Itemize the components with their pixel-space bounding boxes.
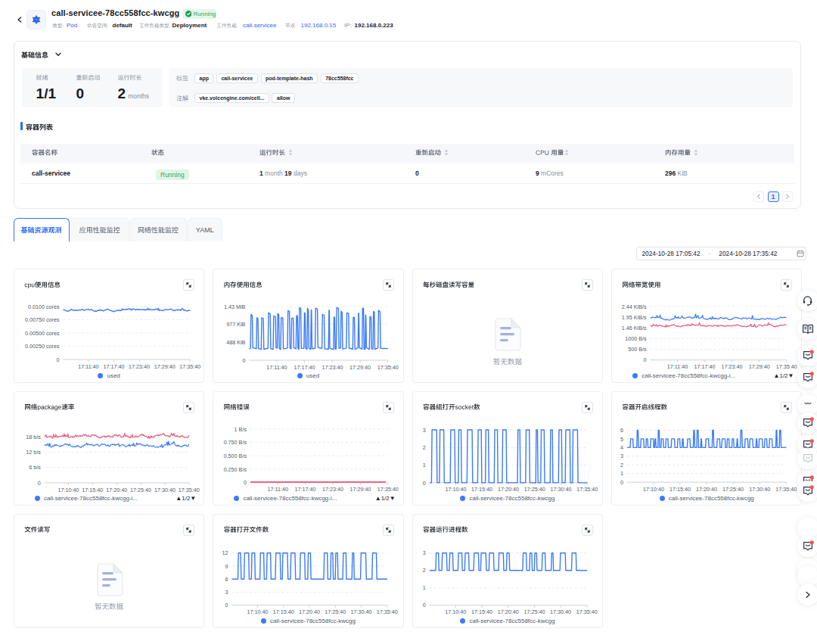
svg-text:17:17:40: 17:17:40 xyxy=(104,363,125,370)
svg-text:0: 0 xyxy=(225,602,228,608)
svg-text:17:15:40: 17:15:40 xyxy=(82,486,103,493)
svg-text:3: 3 xyxy=(423,549,426,556)
svg-text:17:23:40: 17:23:40 xyxy=(722,363,743,370)
svg-text:3: 3 xyxy=(225,589,228,596)
svg-text:17:30:40: 17:30:40 xyxy=(550,486,571,493)
svg-text:0.500 B/s: 0.500 B/s xyxy=(224,453,247,459)
svg-text:0: 0 xyxy=(57,356,60,363)
svg-text:17:20:40: 17:20:40 xyxy=(498,486,519,493)
svg-text:17:35:40: 17:35:40 xyxy=(179,486,200,493)
svg-text:3: 3 xyxy=(423,426,426,433)
svg-text:17:30:40: 17:30:40 xyxy=(154,486,176,493)
svg-text:17:20:40: 17:20:40 xyxy=(498,608,519,615)
svg-text:1.95 KiB/s: 1.95 KiB/s xyxy=(622,314,647,321)
svg-text:17:25:40: 17:25:40 xyxy=(524,486,545,493)
svg-text:4: 4 xyxy=(620,444,623,451)
svg-text:2: 2 xyxy=(620,461,623,468)
svg-text:17:10:40: 17:10:40 xyxy=(247,608,269,615)
svg-text:0.00750 cores: 0.00750 cores xyxy=(25,316,60,323)
svg-text:1.46 KiB/s: 1.46 KiB/s xyxy=(622,325,647,331)
svg-text:17:15:40: 17:15:40 xyxy=(471,486,492,493)
svg-text:17:10:40: 17:10:40 xyxy=(445,608,466,615)
svg-text:17:35:40: 17:35:40 xyxy=(775,485,797,492)
svg-text:3: 3 xyxy=(620,453,623,459)
svg-text:17:23:40: 17:23:40 xyxy=(129,363,150,370)
svg-text:0.00500 cores: 0.00500 cores xyxy=(25,330,60,337)
svg-text:17:29:40: 17:29:40 xyxy=(749,363,770,370)
svg-text:17:23:40: 17:23:40 xyxy=(322,364,343,371)
svg-text:17:35:40: 17:35:40 xyxy=(179,363,200,370)
svg-text:1: 1 xyxy=(620,470,623,477)
svg-text:2.44 KiB/s: 2.44 KiB/s xyxy=(622,303,647,310)
svg-text:2: 2 xyxy=(423,443,426,450)
svg-text:1.43 MiB: 1.43 MiB xyxy=(224,303,246,310)
svg-text:17:25:40: 17:25:40 xyxy=(523,608,545,615)
svg-text:2: 2 xyxy=(423,567,426,574)
svg-text:6: 6 xyxy=(620,427,623,434)
svg-text:17:20:40: 17:20:40 xyxy=(106,486,127,493)
svg-text:17:30:40: 17:30:40 xyxy=(351,608,372,615)
svg-text:5: 5 xyxy=(620,435,623,442)
svg-text:17:17:40: 17:17:40 xyxy=(694,363,716,370)
svg-text:0.00250 cores: 0.00250 cores xyxy=(25,343,60,350)
svg-text:17:35:40: 17:35:40 xyxy=(576,486,598,493)
svg-text:1000 B/s: 1000 B/s xyxy=(625,335,647,342)
svg-text:977 KiB: 977 KiB xyxy=(227,321,246,328)
svg-text:17:25:40: 17:25:40 xyxy=(325,608,346,615)
svg-text:17:23:40: 17:23:40 xyxy=(322,486,343,493)
svg-text:17:15:40: 17:15:40 xyxy=(273,608,294,615)
svg-text:0: 0 xyxy=(423,602,426,608)
svg-text:6 b/s: 6 b/s xyxy=(29,464,41,471)
svg-text:17:20:40: 17:20:40 xyxy=(696,485,717,492)
svg-text:18 b/s: 18 b/s xyxy=(26,434,41,440)
svg-text:17:10:40: 17:10:40 xyxy=(58,486,79,493)
svg-text:0: 0 xyxy=(644,356,647,363)
svg-text:17:17:40: 17:17:40 xyxy=(294,364,315,371)
svg-text:17:29:40: 17:29:40 xyxy=(154,363,176,370)
svg-text:0.750 B/s: 0.750 B/s xyxy=(224,439,247,446)
svg-text:0: 0 xyxy=(244,479,247,486)
svg-text:9: 9 xyxy=(225,562,228,569)
svg-text:17:20:40: 17:20:40 xyxy=(299,608,320,615)
svg-text:17:10:40: 17:10:40 xyxy=(643,485,664,492)
svg-text:17:11:40: 17:11:40 xyxy=(267,364,287,371)
svg-text:1: 1 xyxy=(423,462,426,468)
svg-text:17:29:40: 17:29:40 xyxy=(349,364,371,371)
svg-text:17:35:40: 17:35:40 xyxy=(576,608,598,615)
svg-text:0: 0 xyxy=(620,478,623,485)
svg-text:17:11:40: 17:11:40 xyxy=(78,363,98,370)
svg-text:17:17:40: 17:17:40 xyxy=(295,486,316,493)
svg-text:17:35:40: 17:35:40 xyxy=(776,363,797,370)
svg-text:488 KiB: 488 KiB xyxy=(227,339,246,346)
svg-text:12 b/s: 12 b/s xyxy=(26,449,41,456)
svg-text:6: 6 xyxy=(225,575,228,582)
svg-text:17:29:40: 17:29:40 xyxy=(350,486,371,493)
svg-text:500 B/s: 500 B/s xyxy=(628,346,647,353)
svg-text:17:15:40: 17:15:40 xyxy=(669,485,691,492)
svg-text:17:25:40: 17:25:40 xyxy=(722,485,744,492)
svg-text:0: 0 xyxy=(38,479,41,486)
svg-text:0: 0 xyxy=(243,357,246,364)
svg-text:0: 0 xyxy=(423,479,426,486)
svg-text:17:10:40: 17:10:40 xyxy=(445,486,466,493)
svg-text:1: 1 xyxy=(423,584,426,591)
svg-text:0.250 B/s: 0.250 B/s xyxy=(224,465,247,472)
svg-text:17:25:40: 17:25:40 xyxy=(130,486,151,493)
svg-text:17:35:40: 17:35:40 xyxy=(377,364,399,371)
svg-text:17:11:40: 17:11:40 xyxy=(667,363,688,370)
svg-text:17:15:40: 17:15:40 xyxy=(471,608,492,615)
svg-text:17:30:40: 17:30:40 xyxy=(550,608,571,615)
svg-text:17:35:40: 17:35:40 xyxy=(377,608,398,615)
svg-text:17:11:40: 17:11:40 xyxy=(268,486,288,493)
svg-text:12: 12 xyxy=(222,549,228,556)
svg-text:1 B/s: 1 B/s xyxy=(235,425,247,432)
svg-text:17:35:40: 17:35:40 xyxy=(377,486,399,493)
svg-text:0.0100 cores: 0.0100 cores xyxy=(28,303,60,310)
svg-text:17:30:40: 17:30:40 xyxy=(749,485,770,492)
